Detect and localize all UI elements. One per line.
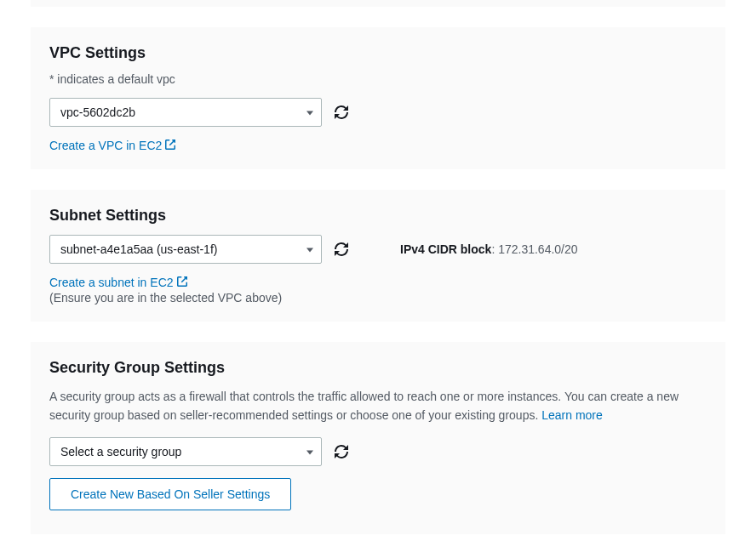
external-link-icon bbox=[177, 276, 187, 289]
security-group-select[interactable]: Select a security group bbox=[49, 437, 322, 466]
refresh-icon bbox=[335, 445, 348, 458]
subnet-refresh-button[interactable] bbox=[334, 242, 349, 257]
refresh-icon bbox=[335, 242, 348, 256]
security-group-refresh-button[interactable] bbox=[334, 444, 349, 459]
subnet-cidr-value: 172.31.64.0/20 bbox=[498, 242, 577, 256]
subnet-select[interactable]: subnet-a4e1a5aa (us-east-1f) bbox=[49, 235, 322, 264]
security-group-description: A security group acts as a firewall that… bbox=[49, 387, 707, 425]
vpc-select[interactable]: vpc-5602dc2b bbox=[49, 98, 322, 127]
vpc-default-hint: * indicates a default vpc bbox=[49, 72, 707, 86]
create-subnet-link-label: Create a subnet in EC2 bbox=[49, 276, 174, 289]
vpc-settings-title: VPC Settings bbox=[49, 44, 707, 62]
security-group-select-wrap: Select a security group bbox=[49, 437, 322, 466]
security-group-title: Security Group Settings bbox=[49, 359, 707, 377]
subnet-select-wrap: subnet-a4e1a5aa (us-east-1f) bbox=[49, 235, 322, 264]
refresh-icon bbox=[335, 105, 348, 119]
vpc-refresh-button[interactable] bbox=[334, 105, 349, 120]
vpc-select-wrap: vpc-5602dc2b bbox=[49, 98, 322, 127]
create-subnet-link[interactable]: Create a subnet in EC2 bbox=[49, 276, 187, 289]
create-vpc-link[interactable]: Create a VPC in EC2 bbox=[49, 139, 175, 152]
subnet-settings-section: Subnet Settings subnet-a4e1a5aa (us-east… bbox=[31, 190, 725, 322]
previous-section-sliver bbox=[31, 0, 725, 7]
subnet-settings-title: Subnet Settings bbox=[49, 207, 707, 225]
security-group-settings-section: Security Group Settings A security group… bbox=[31, 342, 725, 534]
create-vpc-link-label: Create a VPC in EC2 bbox=[49, 139, 162, 152]
create-new-sg-button[interactable]: Create New Based On Seller Settings bbox=[49, 478, 291, 510]
subnet-cidr-info: IPv4 CIDR block: 172.31.64.0/20 bbox=[400, 242, 578, 256]
external-link-icon bbox=[165, 139, 175, 152]
learn-more-link[interactable]: Learn more bbox=[541, 408, 603, 422]
subnet-cidr-label: IPv4 CIDR block bbox=[400, 242, 491, 256]
vpc-settings-section: VPC Settings * indicates a default vpc v… bbox=[31, 27, 725, 169]
subnet-note: (Ensure you are in the selected VPC abov… bbox=[49, 291, 707, 305]
